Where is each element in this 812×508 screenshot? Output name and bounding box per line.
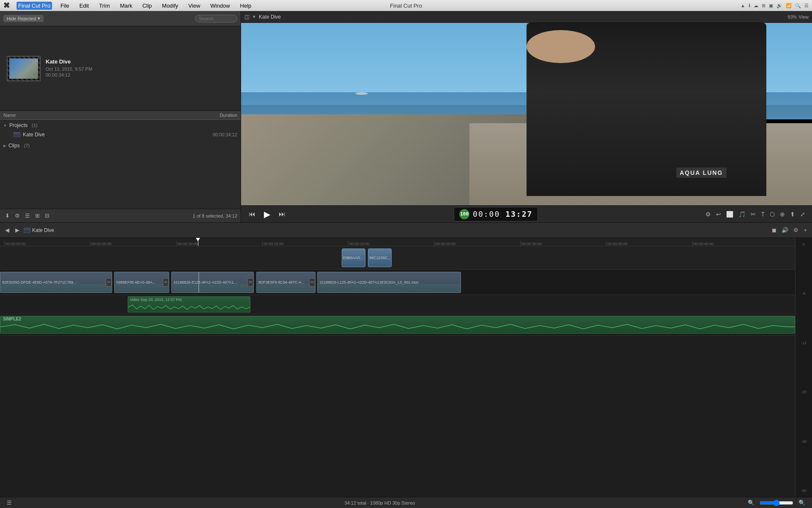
broll-clip-2[interactable]: 86C1236C... bbox=[368, 248, 392, 267]
filter-button[interactable]: ⚙ bbox=[13, 212, 22, 220]
menu-file[interactable]: File bbox=[59, 2, 71, 10]
attached-audio-label: Video Sep 20, 2015, 12:57 PM bbox=[128, 297, 183, 303]
menu-mark[interactable]: Mark bbox=[118, 2, 134, 10]
timeline-tracks: 00:00:00:00 00:00:05:00 00:00:10:00 00:0… bbox=[0, 238, 795, 497]
window-title: Final Cut Pro bbox=[390, 3, 422, 9]
cut-icon-4: ✂ bbox=[309, 278, 315, 287]
hide-rejected-label: Hide Rejected bbox=[7, 16, 36, 21]
clips-label: Clips bbox=[8, 143, 20, 149]
menu-trim[interactable]: Trim bbox=[97, 2, 112, 10]
tool-undo[interactable]: ↩ bbox=[714, 210, 723, 218]
view-dropdown-button[interactable]: View bbox=[798, 14, 809, 19]
video-clip-5[interactable]: 15188826-L125-4FA2-A22D-407A11E3C63A_L0_… bbox=[317, 272, 461, 293]
ruler-marks: 00:00:00:00 00:00:05:00 00:00:10:00 00:0… bbox=[4, 241, 778, 246]
video-clip-1[interactable]: 92E92050-DFDE-4E8D-A579-7F271C769... ✂ bbox=[0, 272, 112, 293]
library-item[interactable]: Kate Dive 00:00:34:12 bbox=[0, 130, 241, 139]
main-container: Hide Rejected ▾ Kate Dive Oct 13, 2015, … bbox=[0, 11, 812, 508]
chevron-down-icon: ▾ bbox=[38, 16, 40, 21]
status-menu-button[interactable]: ☰ bbox=[5, 499, 14, 507]
db-mark-0: 0 bbox=[803, 242, 805, 246]
video-clip-4[interactable]: 8DF3E5F9-8C94-497C-A... ✂ bbox=[256, 272, 315, 293]
tl-settings-button[interactable]: ⚙ bbox=[792, 226, 800, 234]
tool-audio[interactable]: 🎵 bbox=[737, 210, 747, 218]
viewer-controls: ⏮ ▶ ⏭ 100 00:00 13:27 ⚙ ↩ ⬜ 🎵 ✂ bbox=[241, 205, 812, 222]
db-mark-4: -30 bbox=[801, 439, 807, 444]
browser-status: 1 of 8 selected, 34:12 bbox=[193, 213, 237, 218]
rewind-button[interactable]: ⏮ bbox=[246, 210, 258, 219]
ruler-mark-6: 00:00:30:00 bbox=[520, 241, 606, 246]
ruler-mark-8: 00:00:40:00 bbox=[692, 241, 778, 246]
project-icon bbox=[14, 132, 20, 137]
video-preview: AQUA LUNG bbox=[241, 23, 812, 205]
menu-finalcutpro[interactable]: Final Cut Pro bbox=[16, 2, 52, 10]
ruler-mark-5: 00:00:25:00 bbox=[434, 241, 520, 246]
apple-menu[interactable]: ⌘ bbox=[3, 2, 10, 9]
play-button[interactable]: ▶ bbox=[261, 208, 273, 220]
ruler-mark-7: 00:00:35:00 bbox=[606, 241, 692, 246]
projects-count: (1) bbox=[32, 123, 37, 128]
tool-text[interactable]: T bbox=[759, 210, 766, 218]
track-background-audio: SIMPLE2 bbox=[0, 314, 795, 335]
cut-icon-1: ✂ bbox=[106, 278, 112, 287]
zoom-slider[interactable] bbox=[760, 500, 793, 506]
db-mark-1: -6 bbox=[802, 291, 805, 295]
tool-select[interactable]: ⚙ bbox=[704, 210, 713, 218]
clip-thumbnail bbox=[7, 56, 41, 81]
timeline-section: ◀ ▶ Kate Dive ◼ 🔊 ⚙ + 00:00:00:00 00:00:… bbox=[0, 223, 812, 497]
ruler-mark-0: 00:00:00:00 bbox=[4, 241, 90, 246]
clip-waveform-5 bbox=[318, 284, 461, 293]
timeline-ruler: 00:00:00:00 00:00:05:00 00:00:10:00 00:0… bbox=[0, 238, 795, 246]
list-view-button[interactable]: ☰ bbox=[23, 212, 32, 220]
viewer-zoom-controls: 93% View bbox=[787, 14, 809, 19]
video-clip-3[interactable]: 15188826-E125-4FA2-A22D-407A1... ✂ bbox=[171, 272, 254, 293]
attached-audio-clip[interactable]: Video Sep 20, 2015, 12:57 PM bbox=[128, 296, 250, 312]
zoom-out-button[interactable]: 🔍 bbox=[746, 499, 756, 507]
menu-clip[interactable]: Clip bbox=[141, 2, 154, 10]
browser-toolbar: Hide Rejected ▾ bbox=[0, 11, 241, 26]
timeline-play-button[interactable]: ▶ bbox=[14, 226, 21, 234]
broll-clip-1[interactable]: E8B6AAD... bbox=[342, 248, 365, 267]
import-button[interactable]: ⬇ bbox=[3, 212, 11, 220]
tl-audio-button[interactable]: ◼ bbox=[770, 226, 778, 234]
viewer-dropdown-icon[interactable]: ▾ bbox=[253, 14, 255, 19]
clip-waveform-1 bbox=[0, 284, 112, 293]
tool-share[interactable]: ⬆ bbox=[788, 210, 797, 218]
projects-label: Projects bbox=[9, 122, 27, 128]
tool-generator[interactable]: ⊕ bbox=[778, 210, 787, 218]
video-clip-2[interactable]: 5989EF05-6EA5-49A... ✂ bbox=[114, 272, 169, 293]
filmstrip-view-button[interactable]: ⊟ bbox=[43, 212, 51, 220]
grid-view-button[interactable]: ⊞ bbox=[33, 212, 41, 220]
tool-snapshot[interactable]: ⬜ bbox=[724, 210, 735, 218]
broll-clip-1-label: E8B6AAD... bbox=[342, 255, 364, 261]
clips-section-header[interactable]: ▶ Clips (7) bbox=[0, 141, 241, 150]
projects-section-header[interactable]: ▼ Projects (1) bbox=[0, 121, 241, 130]
fast-forward-button[interactable]: ⏭ bbox=[276, 210, 288, 219]
viewer-scope-icon: ◫ bbox=[244, 14, 250, 20]
bg-audio-waveform bbox=[0, 321, 795, 332]
track-main-video: 92E92050-DFDE-4E8D-A579-7F271C769... ✂ 5… bbox=[0, 270, 795, 295]
menu-edit[interactable]: Edit bbox=[78, 2, 91, 10]
clip-info: Kate Dive Oct 13, 2015, 9:57 PM 00:00:34… bbox=[46, 58, 92, 78]
hide-rejected-button[interactable]: Hide Rejected ▾ bbox=[3, 15, 44, 22]
tl-zoom-in-button[interactable]: + bbox=[802, 226, 809, 234]
clip-waveform-2 bbox=[115, 284, 169, 293]
menu-help[interactable]: Help bbox=[239, 2, 253, 10]
menu-modify[interactable]: Modify bbox=[160, 2, 180, 10]
zoom-in-button[interactable]: 🔍 bbox=[797, 499, 807, 507]
tool-trim[interactable]: ✂ bbox=[749, 210, 757, 218]
browser-panel: Hide Rejected ▾ Kate Dive Oct 13, 2015, … bbox=[0, 11, 241, 222]
tl-volume-button[interactable]: 🔊 bbox=[780, 226, 790, 234]
browser-bottom-toolbar: ⬇ ⚙ ☰ ⊞ ⊟ 1 of 8 selected, 34:12 bbox=[0, 209, 241, 222]
bg-audio-clip[interactable]: SIMPLE2 bbox=[0, 316, 795, 334]
tool-shapes[interactable]: ⬡ bbox=[768, 210, 776, 218]
search-input[interactable] bbox=[195, 15, 237, 22]
broll-clip-2-label: 86C1236C... bbox=[368, 255, 391, 261]
clip-waveform-3 bbox=[172, 284, 253, 293]
fullscreen-button[interactable]: ⤢ bbox=[798, 210, 807, 218]
menu-view[interactable]: View bbox=[187, 2, 202, 10]
timeline-back-button[interactable]: ◀ bbox=[3, 226, 11, 234]
clip-waveform-4 bbox=[257, 284, 315, 293]
menu-window[interactable]: Window bbox=[208, 2, 231, 10]
library-header: Name Duration bbox=[0, 111, 241, 120]
timeline-right-controls: ◼ 🔊 ⚙ + bbox=[770, 226, 809, 234]
